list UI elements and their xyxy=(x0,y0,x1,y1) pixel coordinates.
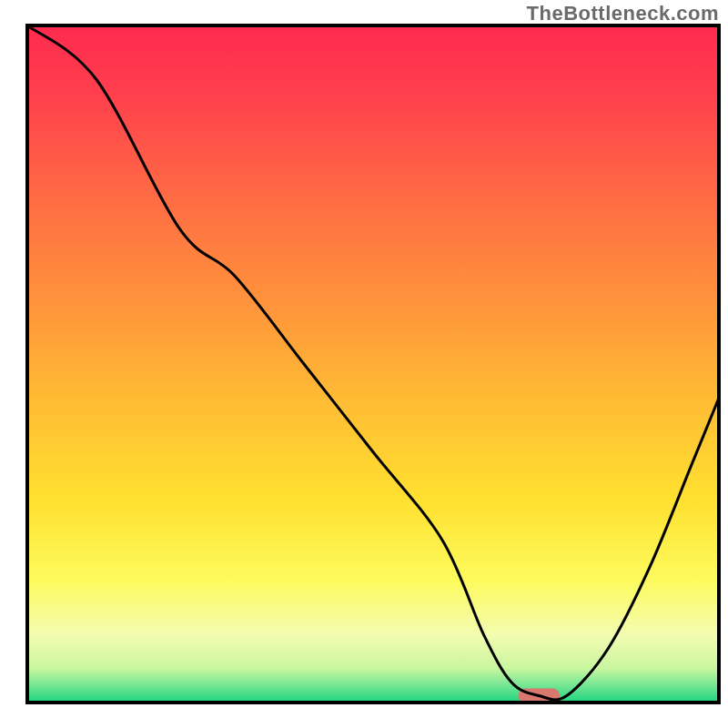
bottleneck-chart xyxy=(0,0,728,728)
watermark-text: TheBottleneck.com xyxy=(527,2,719,25)
gradient-background xyxy=(27,25,719,703)
chart-container: TheBottleneck.com xyxy=(0,0,728,728)
